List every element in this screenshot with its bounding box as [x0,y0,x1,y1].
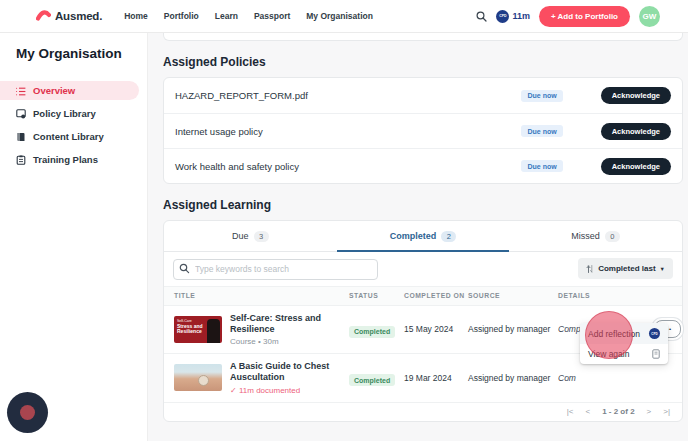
app-window: Ausmed. Home Portfolio Learn Passport My… [0,0,688,441]
ausmed-logo[interactable]: Ausmed. [36,7,102,25]
nav-portfolio[interactable]: Portfolio [164,11,199,21]
main-nav: Home Portfolio Learn Passport My Organis… [124,11,373,21]
due-now-badge: Due now [521,160,562,172]
tab-missed[interactable]: Missed 0 [509,221,682,251]
sidebar-item-label: Training Plans [33,154,98,165]
cpd-time: 11m [512,11,530,21]
course-title: A Basic Guide to Chest Auscultation [230,361,349,384]
status-badge: Completed [349,326,395,338]
nav-passport[interactable]: Passport [254,11,290,21]
completed-on-date: 15 May 2024 [404,324,468,334]
course-thumbnail-self-care: Self-Care Stress and Resilience [174,316,222,343]
due-now-badge: Due now [521,90,562,102]
tab-count-badge: 0 [605,231,620,242]
sort-dropdown-button[interactable]: Completed last ▼ [578,258,673,279]
policy-row: HAZARD_REPORT_FORM.pdf Due now Acknowled… [164,78,682,113]
tab-due[interactable]: Due 3 [164,221,337,251]
book-icon [16,128,26,146]
policy-name: HAZARD_REPORT_FORM.pdf [175,90,308,101]
scrolled-card-remnant [163,33,683,41]
assigned-policies-card: HAZARD_REPORT_FORM.pdf Due now Acknowled… [163,77,683,184]
assigned-policies-heading: Assigned Policies [163,55,683,69]
clipboard-icon [16,151,26,169]
col-source: SOURCE [468,292,558,299]
search-icon [179,263,190,274]
add-to-portfolio-button[interactable]: + Add to Portfolio [539,6,630,27]
pagination-range: 1 - 2 of 2 [602,407,634,416]
sidebar-item-policy-library[interactable]: Policy Library [0,104,139,123]
tab-count-badge: 3 [254,231,269,242]
pagination-last-button[interactable]: >| [663,407,670,416]
check-icon: ✓ [230,386,237,395]
nav-my-organisation[interactable]: My Organisation [306,11,373,21]
nav-home[interactable]: Home [124,11,148,21]
ausmed-swoosh-icon [36,7,51,25]
assigned-learning-heading: Assigned Learning [163,198,683,212]
col-details: DETAILS [558,292,654,299]
navbar-right: CPD 11m + Add to Portfolio GW [476,6,660,27]
cpd-badge-icon: CPD [496,10,509,23]
sidebar-item-label: Policy Library [33,108,96,119]
col-completed-on: COMPLETED ON [404,292,468,299]
policy-row: Internet usage policy Due now Acknowledg… [164,113,682,148]
stethoscope-icon [198,375,209,386]
sidebar-title: My Organisation [16,46,147,61]
sidebar-item-overview[interactable]: Overview [0,81,139,100]
top-navbar: Ausmed. Home Portfolio Learn Passport My… [0,0,688,33]
cpd-circle-icon: CPD [649,328,660,339]
tab-label: Completed [390,231,437,241]
policy-name: Work health and safety policy [175,161,299,172]
user-avatar[interactable]: GW [639,6,660,27]
policy-document-icon [16,105,26,123]
sidebar-item-label: Content Library [33,131,104,142]
tab-completed[interactable]: Completed 2 [337,221,510,251]
record-dot-icon [20,405,35,420]
search-icon[interactable] [476,11,487,22]
policy-name: Internet usage policy [175,126,263,137]
pagination-next-button[interactable]: > [647,407,652,416]
pagination-first-button[interactable]: |< [567,407,574,416]
sidebar: My Organisation Overview Policy Library … [0,33,148,441]
search-box [173,258,378,280]
nav-learn[interactable]: Learn [215,11,238,21]
tab-count-badge: 2 [441,231,456,242]
course-title: Self-Care: Stress and Resilience [230,313,349,336]
main-content: Assigned Policies HAZARD_REPORT_FORM.pdf… [148,33,688,441]
thumb-caption: Stress and Resilience [177,324,203,335]
acknowledge-button[interactable]: Acknowledge [601,123,671,140]
chevron-down-icon: ▼ [660,266,665,272]
sidebar-menu: Overview Policy Library Content Library … [0,81,147,169]
sort-arrows-icon [586,264,594,274]
tab-label: Missed [571,231,600,241]
table-header: TITLE STATUS COMPLETED ON SOURCE DETAILS [164,286,682,306]
completed-on-date: 19 Mar 2024 [404,373,468,383]
acknowledge-button[interactable]: Acknowledge [601,87,671,104]
pagination-prev-button[interactable]: < [585,407,590,416]
acknowledge-button[interactable]: Acknowledge [601,158,671,175]
sidebar-item-training-plans[interactable]: Training Plans [0,150,139,169]
learning-tabs: Due 3 Completed 2 Missed 0 [164,221,682,252]
course-thumbnail-chest-auscultation [174,364,222,391]
course-subtitle: Course • 30m [230,337,349,346]
col-title: TITLE [164,292,349,299]
brand-name: Ausmed. [55,10,102,22]
tab-label: Due [232,231,249,241]
source-text: Assigned by manager [468,324,558,334]
list-icon [16,82,26,100]
details-text: Com [558,373,654,383]
pagination: |< < 1 - 2 of 2 > >| [164,402,682,421]
search-input[interactable] [173,259,378,280]
status-badge: Completed [349,374,395,386]
documented-time: ✓ 11m documented [230,386,349,395]
col-status: STATUS [349,292,404,299]
source-text: Assigned by manager [468,373,558,383]
due-now-badge: Due now [521,125,562,137]
click-indicator-ring [585,311,633,359]
sidebar-item-label: Overview [33,85,75,96]
document-icon [652,349,660,359]
cpd-tracker[interactable]: CPD 11m [496,10,530,23]
person-silhouette [207,319,220,343]
sort-label: Completed last [598,264,655,273]
sidebar-item-content-library[interactable]: Content Library [0,127,139,146]
floating-beacon-button[interactable] [7,392,48,433]
